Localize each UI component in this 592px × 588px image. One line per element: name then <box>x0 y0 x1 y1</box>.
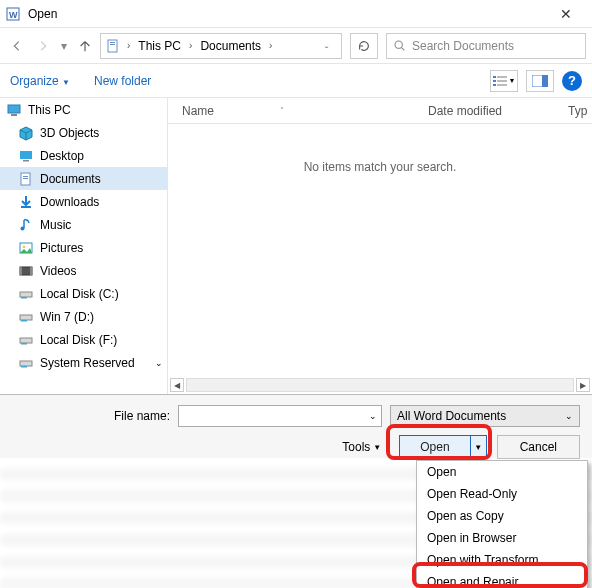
scroll-track[interactable] <box>186 378 574 392</box>
sidebar-item-disk-f[interactable]: Local Disk (F:) <box>0 328 167 351</box>
open-caret-button[interactable]: ▼ <box>470 436 486 458</box>
sidebar-item-sysres[interactable]: System Reserved⌄ <box>0 351 167 374</box>
menu-open-repair[interactable]: Open and Repair <box>417 571 587 588</box>
caret-down-icon: ⌄ <box>565 411 573 421</box>
music-icon <box>18 217 34 233</box>
documents-icon <box>18 171 34 187</box>
breadcrumb-caret-icon[interactable]: ⌄ <box>317 42 337 49</box>
help-button[interactable]: ? <box>562 71 582 91</box>
empty-message: No items match your search. <box>168 160 592 174</box>
search-placeholder: Search Documents <box>412 39 514 53</box>
svg-rect-15 <box>8 105 20 113</box>
svg-rect-27 <box>20 267 22 275</box>
svg-rect-2 <box>108 40 117 52</box>
breadcrumb-documents[interactable]: Documents <box>198 39 263 53</box>
chevron-right-icon: › <box>187 40 194 51</box>
forward-button[interactable] <box>32 35 54 57</box>
word-icon: W <box>6 6 22 22</box>
sidebar-item-videos[interactable]: Videos <box>0 259 167 282</box>
sidebar-item-music[interactable]: Music <box>0 213 167 236</box>
chevron-right-icon: › <box>267 40 274 51</box>
breadcrumb-this-pc[interactable]: This PC <box>136 39 183 53</box>
open-button[interactable]: Open <box>400 436 469 458</box>
sidebar: This PC 3D Objects Desktop Documents Dow… <box>0 98 168 394</box>
sidebar-this-pc[interactable]: This PC <box>0 98 167 121</box>
view-controls: ▼ ? <box>490 70 582 92</box>
svg-point-23 <box>21 226 25 230</box>
up-button[interactable] <box>74 35 96 57</box>
col-type[interactable]: Typ <box>568 104 592 118</box>
col-name[interactable]: Name <box>182 104 214 118</box>
svg-rect-36 <box>21 366 27 368</box>
main-area: This PC 3D Objects Desktop Documents Dow… <box>0 98 592 394</box>
svg-rect-33 <box>20 338 32 343</box>
column-headers[interactable]: Name˄ Date modified Typ <box>168 98 592 124</box>
svg-rect-20 <box>23 176 28 177</box>
svg-rect-14 <box>542 75 548 87</box>
scroll-left-icon[interactable]: ◀ <box>170 378 184 392</box>
drive-icon <box>18 286 34 302</box>
preview-pane-button[interactable] <box>526 70 554 92</box>
nav-row: ▾ › This PC › Documents › ⌄ Search Docum… <box>0 28 592 64</box>
svg-line-6 <box>402 48 405 51</box>
videos-icon <box>18 263 34 279</box>
menu-open-transform[interactable]: Open with Transform <box>417 549 587 571</box>
sidebar-item-3d[interactable]: 3D Objects <box>0 121 167 144</box>
col-date[interactable]: Date modified <box>428 104 568 118</box>
svg-rect-28 <box>30 267 32 275</box>
svg-rect-12 <box>497 84 507 86</box>
filetype-select[interactable]: All Word Documents ⌄ <box>390 405 580 427</box>
svg-rect-8 <box>497 76 507 78</box>
back-button[interactable] <box>6 35 28 57</box>
sort-caret-icon: ˄ <box>280 106 284 115</box>
close-icon[interactable]: ✕ <box>546 6 586 22</box>
svg-rect-9 <box>493 80 496 82</box>
svg-rect-18 <box>23 160 29 162</box>
svg-rect-17 <box>20 151 32 159</box>
sidebar-item-desktop[interactable]: Desktop <box>0 144 167 167</box>
tools-button[interactable]: Tools ▼ <box>342 440 381 454</box>
window-title: Open <box>28 7 546 21</box>
sidebar-item-disk-c[interactable]: Local Disk (C:) <box>0 282 167 305</box>
menu-open-browser[interactable]: Open in Browser <box>417 527 587 549</box>
sidebar-item-downloads[interactable]: Downloads <box>0 190 167 213</box>
view-list-button[interactable]: ▼ <box>490 70 518 92</box>
search-input[interactable]: Search Documents <box>386 33 586 59</box>
filename-input[interactable]: ⌄ <box>178 405 382 427</box>
cube-icon <box>18 125 34 141</box>
svg-text:W: W <box>9 10 18 20</box>
menu-open-copy[interactable]: Open as Copy <box>417 505 587 527</box>
sidebar-item-documents[interactable]: Documents <box>0 167 167 190</box>
svg-rect-16 <box>11 114 17 116</box>
pictures-icon <box>18 240 34 256</box>
open-split-button[interactable]: Open ▼ <box>399 435 486 459</box>
titlebar: W Open ✕ <box>0 0 592 28</box>
organize-button[interactable]: Organize ▼ <box>10 74 70 88</box>
scroll-right-icon[interactable]: ▶ <box>576 378 590 392</box>
file-list-area: Name˄ Date modified Typ No items match y… <box>168 98 592 394</box>
svg-rect-11 <box>493 84 496 86</box>
history-caret-icon[interactable]: ▾ <box>58 35 70 57</box>
refresh-button[interactable] <box>350 33 378 59</box>
newfolder-button[interactable]: New folder <box>94 74 151 88</box>
cancel-button[interactable]: Cancel <box>497 435 580 459</box>
open-dropdown-menu: Open Open Read-Only Open as Copy Open in… <box>416 460 588 588</box>
bottom-pane: File name: ⌄ All Word Documents ⌄ Tools … <box>0 394 592 458</box>
drive-icon <box>18 309 34 325</box>
caret-down-icon[interactable]: ⌄ <box>369 411 377 421</box>
caret-down-icon: ⌄ <box>155 358 167 368</box>
sidebar-item-pictures[interactable]: Pictures <box>0 236 167 259</box>
caret-down-icon: ▼ <box>373 443 381 452</box>
doc-icon <box>105 38 121 54</box>
svg-rect-10 <box>497 80 507 82</box>
caret-down-icon: ▼ <box>509 77 516 84</box>
svg-rect-21 <box>23 178 28 179</box>
menu-open[interactable]: Open <box>417 461 587 483</box>
sidebar-item-disk-d[interactable]: Win 7 (D:) <box>0 305 167 328</box>
svg-rect-7 <box>493 76 496 78</box>
horizontal-scrollbar[interactable]: ◀ ▶ <box>168 378 592 392</box>
svg-point-25 <box>23 245 26 248</box>
breadcrumb[interactable]: › This PC › Documents › ⌄ <box>100 33 342 59</box>
toolbar: Organize ▼ New folder ▼ ? <box>0 64 592 98</box>
menu-open-readonly[interactable]: Open Read-Only <box>417 483 587 505</box>
